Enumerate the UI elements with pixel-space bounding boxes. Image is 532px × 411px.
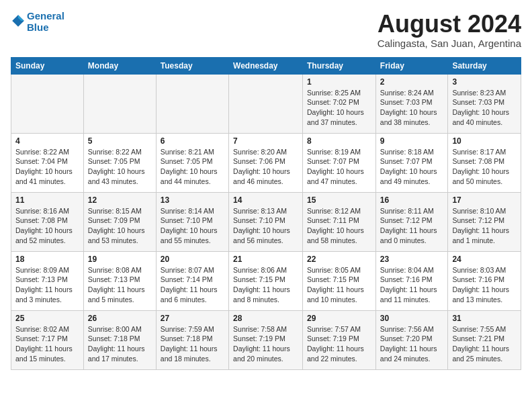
day-info: Sunrise: 8:19 AMSunset: 7:07 PMDaylight:… bbox=[307, 147, 371, 187]
day-cell: 8Sunrise: 8:19 AMSunset: 7:07 PMDaylight… bbox=[303, 133, 376, 192]
logo-icon bbox=[11, 13, 26, 28]
day-number: 8 bbox=[307, 136, 371, 146]
day-number: 6 bbox=[161, 136, 224, 146]
day-cell: 25Sunrise: 8:02 AMSunset: 7:17 PMDayligh… bbox=[11, 310, 84, 369]
weekday-header-thursday: Thursday bbox=[303, 57, 376, 74]
day-cell bbox=[83, 74, 156, 133]
day-info: Sunrise: 8:04 AMSunset: 7:16 PMDaylight:… bbox=[380, 265, 444, 305]
day-cell: 20Sunrise: 8:07 AMSunset: 7:14 PMDayligh… bbox=[156, 251, 228, 310]
day-info: Sunrise: 8:02 AMSunset: 7:17 PMDaylight:… bbox=[15, 324, 79, 364]
day-cell: 21Sunrise: 8:06 AMSunset: 7:15 PMDayligh… bbox=[229, 251, 303, 310]
day-number: 7 bbox=[233, 136, 298, 146]
day-info: Sunrise: 8:15 AMSunset: 7:09 PMDaylight:… bbox=[88, 206, 152, 246]
day-info: Sunrise: 8:23 AMSunset: 7:03 PMDaylight:… bbox=[452, 88, 517, 128]
day-number: 26 bbox=[88, 314, 152, 323]
day-cell: 1Sunrise: 8:25 AMSunset: 7:02 PMDaylight… bbox=[303, 74, 376, 133]
day-info: Sunrise: 8:17 AMSunset: 7:08 PMDaylight:… bbox=[452, 147, 517, 187]
day-info: Sunrise: 8:21 AMSunset: 7:05 PMDaylight:… bbox=[161, 147, 224, 187]
day-number: 22 bbox=[307, 255, 371, 264]
day-info: Sunrise: 7:57 AMSunset: 7:19 PMDaylight:… bbox=[307, 324, 371, 364]
day-cell: 19Sunrise: 8:08 AMSunset: 7:13 PMDayligh… bbox=[83, 251, 156, 310]
day-number: 31 bbox=[452, 314, 517, 323]
day-number: 23 bbox=[380, 255, 444, 264]
day-info: Sunrise: 8:22 AMSunset: 7:04 PMDaylight:… bbox=[15, 147, 79, 187]
day-cell: 15Sunrise: 8:12 AMSunset: 7:11 PMDayligh… bbox=[303, 192, 376, 251]
day-cell: 3Sunrise: 8:23 AMSunset: 7:03 PMDaylight… bbox=[448, 74, 521, 133]
day-number: 30 bbox=[380, 314, 444, 323]
week-row-1: 1Sunrise: 8:25 AMSunset: 7:02 PMDaylight… bbox=[11, 74, 521, 133]
day-info: Sunrise: 7:59 AMSunset: 7:18 PMDaylight:… bbox=[161, 324, 224, 364]
day-cell bbox=[229, 74, 303, 133]
day-number: 3 bbox=[452, 77, 517, 87]
day-info: Sunrise: 8:10 AMSunset: 7:12 PMDaylight:… bbox=[452, 206, 517, 246]
day-info: Sunrise: 8:08 AMSunset: 7:13 PMDaylight:… bbox=[88, 265, 152, 305]
day-cell: 31Sunrise: 7:55 AMSunset: 7:21 PMDayligh… bbox=[448, 310, 521, 369]
location-subtitle: Calingasta, San Juan, Argentina bbox=[378, 38, 521, 49]
day-number: 21 bbox=[233, 255, 298, 264]
day-info: Sunrise: 8:13 AMSunset: 7:10 PMDaylight:… bbox=[233, 206, 298, 246]
day-cell: 7Sunrise: 8:20 AMSunset: 7:06 PMDaylight… bbox=[229, 133, 303, 192]
day-info: Sunrise: 7:56 AMSunset: 7:20 PMDaylight:… bbox=[380, 324, 444, 364]
day-info: Sunrise: 8:03 AMSunset: 7:16 PMDaylight:… bbox=[452, 265, 517, 305]
day-info: Sunrise: 8:09 AMSunset: 7:13 PMDaylight:… bbox=[15, 265, 79, 305]
day-number: 20 bbox=[161, 255, 224, 264]
day-info: Sunrise: 8:06 AMSunset: 7:15 PMDaylight:… bbox=[233, 265, 298, 305]
day-number: 2 bbox=[380, 77, 444, 87]
day-info: Sunrise: 8:20 AMSunset: 7:06 PMDaylight:… bbox=[233, 147, 298, 187]
day-number: 11 bbox=[15, 195, 79, 205]
day-cell bbox=[156, 74, 228, 133]
day-cell: 10Sunrise: 8:17 AMSunset: 7:08 PMDayligh… bbox=[448, 133, 521, 192]
day-number: 28 bbox=[233, 314, 298, 323]
day-cell: 5Sunrise: 8:22 AMSunset: 7:05 PMDaylight… bbox=[83, 133, 156, 192]
day-cell: 22Sunrise: 8:05 AMSunset: 7:15 PMDayligh… bbox=[303, 251, 376, 310]
day-cell bbox=[11, 74, 84, 133]
day-cell: 29Sunrise: 7:57 AMSunset: 7:19 PMDayligh… bbox=[303, 310, 376, 369]
day-info: Sunrise: 8:11 AMSunset: 7:12 PMDaylight:… bbox=[380, 206, 444, 246]
weekday-header-wednesday: Wednesday bbox=[229, 57, 303, 74]
day-info: Sunrise: 7:58 AMSunset: 7:19 PMDaylight:… bbox=[233, 324, 298, 364]
day-number: 9 bbox=[380, 136, 444, 146]
day-number: 12 bbox=[88, 195, 152, 205]
day-number: 17 bbox=[452, 195, 517, 205]
day-number: 10 bbox=[452, 136, 517, 146]
day-cell: 30Sunrise: 7:56 AMSunset: 7:20 PMDayligh… bbox=[375, 310, 448, 369]
day-info: Sunrise: 8:07 AMSunset: 7:14 PMDaylight:… bbox=[161, 265, 224, 305]
weekday-header-sunday: Sunday bbox=[11, 57, 84, 74]
weekday-header-saturday: Saturday bbox=[448, 57, 521, 74]
day-cell: 26Sunrise: 8:00 AMSunset: 7:18 PMDayligh… bbox=[83, 310, 156, 369]
page-header: General Blue August 2024 Calingasta, San… bbox=[11, 11, 521, 49]
day-info: Sunrise: 8:18 AMSunset: 7:07 PMDaylight:… bbox=[380, 147, 444, 187]
day-number: 13 bbox=[161, 195, 224, 205]
weekday-header-monday: Monday bbox=[83, 57, 156, 74]
day-cell: 6Sunrise: 8:21 AMSunset: 7:05 PMDaylight… bbox=[156, 133, 228, 192]
day-cell: 4Sunrise: 8:22 AMSunset: 7:04 PMDaylight… bbox=[11, 133, 84, 192]
day-cell: 27Sunrise: 7:59 AMSunset: 7:18 PMDayligh… bbox=[156, 310, 228, 369]
day-number: 19 bbox=[88, 255, 152, 264]
day-number: 5 bbox=[88, 136, 152, 146]
day-cell: 24Sunrise: 8:03 AMSunset: 7:16 PMDayligh… bbox=[448, 251, 521, 310]
day-info: Sunrise: 8:00 AMSunset: 7:18 PMDaylight:… bbox=[88, 324, 152, 364]
logo: General Blue bbox=[11, 11, 64, 33]
day-cell: 23Sunrise: 8:04 AMSunset: 7:16 PMDayligh… bbox=[375, 251, 448, 310]
day-info: Sunrise: 8:12 AMSunset: 7:11 PMDaylight:… bbox=[307, 206, 371, 246]
day-info: Sunrise: 7:55 AMSunset: 7:21 PMDaylight:… bbox=[452, 324, 517, 364]
day-cell: 12Sunrise: 8:15 AMSunset: 7:09 PMDayligh… bbox=[83, 192, 156, 251]
day-cell: 28Sunrise: 7:58 AMSunset: 7:19 PMDayligh… bbox=[229, 310, 303, 369]
day-number: 18 bbox=[15, 255, 79, 264]
week-row-2: 4Sunrise: 8:22 AMSunset: 7:04 PMDaylight… bbox=[11, 133, 521, 192]
day-cell: 2Sunrise: 8:24 AMSunset: 7:03 PMDaylight… bbox=[375, 74, 448, 133]
weekday-header-friday: Friday bbox=[375, 57, 448, 74]
day-number: 16 bbox=[380, 195, 444, 205]
day-number: 1 bbox=[307, 77, 371, 87]
day-number: 4 bbox=[15, 136, 79, 146]
day-number: 27 bbox=[161, 314, 224, 323]
day-info: Sunrise: 8:22 AMSunset: 7:05 PMDaylight:… bbox=[88, 147, 152, 187]
week-row-4: 18Sunrise: 8:09 AMSunset: 7:13 PMDayligh… bbox=[11, 251, 521, 310]
day-cell: 17Sunrise: 8:10 AMSunset: 7:12 PMDayligh… bbox=[448, 192, 521, 251]
day-info: Sunrise: 8:24 AMSunset: 7:03 PMDaylight:… bbox=[380, 88, 444, 128]
month-title: August 2024 bbox=[378, 11, 521, 38]
week-row-5: 25Sunrise: 8:02 AMSunset: 7:17 PMDayligh… bbox=[11, 310, 521, 369]
day-cell: 13Sunrise: 8:14 AMSunset: 7:10 PMDayligh… bbox=[156, 192, 228, 251]
day-info: Sunrise: 8:25 AMSunset: 7:02 PMDaylight:… bbox=[307, 88, 371, 128]
week-row-3: 11Sunrise: 8:16 AMSunset: 7:08 PMDayligh… bbox=[11, 192, 521, 251]
